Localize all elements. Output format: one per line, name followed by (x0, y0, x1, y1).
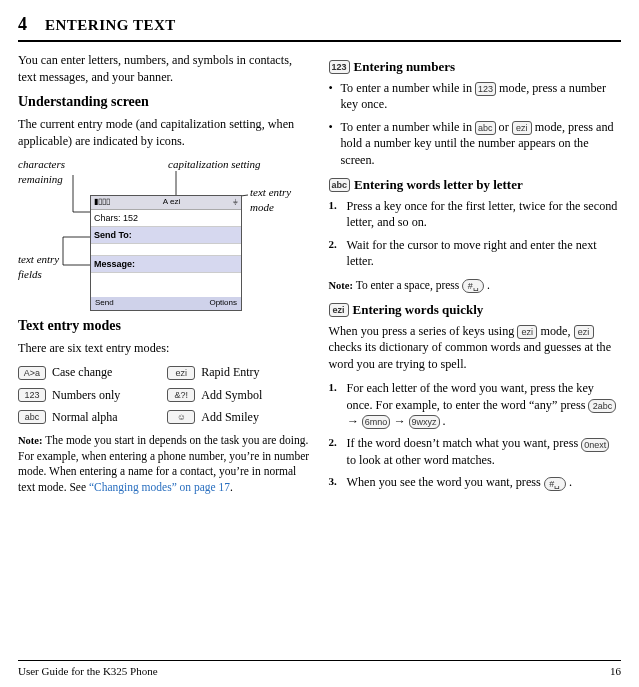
text: To enter a number while in (341, 120, 476, 134)
understanding-heading: Understanding screen (18, 93, 311, 112)
chapter-header: 4 ENTERING TEXT (18, 12, 621, 42)
entering-quickly-title: Entering words quickly (353, 301, 484, 319)
quickly-intro: When you press a series of keys using ez… (329, 323, 622, 372)
key-2-icon: 2abc (588, 399, 616, 413)
modes-heading: Text entry modes (18, 317, 311, 336)
chapter-number: 4 (18, 12, 27, 36)
hash-key-icon: #␣ (544, 477, 566, 491)
arrow-icon: → (390, 414, 408, 428)
key-9-icon: 9wxyz (409, 415, 440, 429)
understanding-body: The current entry mode (and capitalizati… (18, 116, 311, 149)
numbers-bullet-1: To enter a number while in 123 mode, pre… (329, 80, 622, 113)
add-smiley-label: Add Smiley (201, 409, 310, 425)
case-change-icon: A>a (18, 366, 46, 380)
status-mode-icons: A ezi (163, 197, 180, 208)
text: To enter a space, press (356, 279, 462, 291)
text: or (496, 120, 512, 134)
note-label: Note: (18, 435, 43, 446)
numbers-bullet-2: To enter a number while in abc or ezi mo… (329, 119, 622, 168)
key-6-icon: 6mno (362, 415, 391, 429)
normal-alpha-label: Normal alpha (52, 409, 161, 425)
footer-title: User Guide for the K325 Phone (18, 664, 158, 679)
entering-numbers-heading: 123 Entering numbers (329, 58, 622, 76)
status-signal-icon: ▮▯▯▯ (94, 197, 110, 208)
abc-mode-icon: abc (329, 178, 351, 192)
numbers-only-icon: 123 (18, 388, 46, 402)
mode-123-icon: 123 (475, 82, 496, 96)
letters-note: Note: To enter a space, press #␣ . (329, 278, 622, 294)
text: to look at other word matches. (347, 453, 495, 467)
intro-paragraph: You can enter letters, numbers, and symb… (18, 52, 311, 85)
ezi-icon: ezi (574, 325, 594, 339)
page-number: 16 (610, 664, 621, 679)
chars-line: Chars: 152 (91, 210, 241, 227)
numbers-mode-icon: 123 (329, 60, 350, 74)
modes-intro: There are six text entry modes: (18, 340, 311, 356)
changing-modes-link[interactable]: “Changing modes” on page 17 (89, 481, 230, 493)
text: . (440, 414, 446, 428)
entering-quickly-heading: ezi Entering words quickly (329, 301, 622, 319)
text: When you press a series of keys using (329, 324, 518, 338)
ezi-mode-icon: ezi (329, 303, 349, 317)
quickly-steps: For each letter of the word you want, pr… (329, 380, 622, 491)
text: . (484, 279, 490, 291)
softkey-bar: Send Options (91, 297, 241, 310)
arrow-icon: → (347, 414, 362, 428)
add-smiley-icon: ☺ (167, 410, 195, 424)
quickly-step-1: For each letter of the word you want, pr… (329, 380, 622, 429)
text: For each letter of the word you want, pr… (347, 381, 594, 411)
softkey-left: Send (95, 298, 114, 309)
add-symbol-icon: &?! (167, 388, 195, 402)
quickly-step-2: If the word doesn’t match what you want,… (329, 435, 622, 468)
quickly-step-3: When you see the word you want, press #␣… (329, 474, 622, 490)
note-label: Note: (329, 280, 354, 291)
letters-step-1: Press a key once for the first letter, t… (329, 198, 622, 231)
mode-abc-icon: abc (475, 121, 496, 135)
entering-numbers-title: Entering numbers (354, 58, 455, 76)
entering-letters-title: Entering words letter by letter (354, 176, 523, 194)
rapid-entry-label: Rapid Entry (201, 364, 310, 380)
right-column: 123 Entering numbers To enter a number w… (329, 52, 622, 503)
entering-letters-heading: abc Entering words letter by letter (329, 176, 622, 194)
content-columns: You can enter letters, numbers, and symb… (18, 52, 621, 503)
message-label: Message: (91, 256, 241, 273)
letters-steps: Press a key once for the first letter, t… (329, 198, 622, 270)
text: mode, (537, 324, 573, 338)
left-column: You can enter letters, numbers, and symb… (18, 52, 311, 503)
phone-status-bar: ▮▯▯▯ A ezi ⏚ (91, 196, 241, 210)
status-right-icon: ⏚ (233, 197, 238, 208)
chapter-title: ENTERING TEXT (45, 15, 176, 35)
screen-diagram: characters remaining capitalization sett… (18, 157, 311, 307)
text: To enter a number while in (341, 81, 476, 95)
mode-ezi-icon: ezi (512, 121, 532, 135)
case-change-label: Case change (52, 364, 161, 380)
ezi-icon: ezi (517, 325, 537, 339)
space-key-icon: #␣ (462, 279, 484, 293)
text: . (566, 475, 572, 489)
text: If the word doesn’t match what you want,… (347, 436, 582, 450)
letters-step-2: Wait for the cursor to move right and en… (329, 237, 622, 270)
page-footer: User Guide for the K325 Phone 16 (18, 660, 621, 679)
softkey-right: Options (209, 298, 237, 309)
message-field (91, 273, 241, 297)
modes-note: Note: The mode you start in depends on t… (18, 433, 311, 495)
send-to-label: Send To: (91, 227, 241, 244)
send-to-field (91, 244, 241, 256)
numbers-only-label: Numbers only (52, 387, 161, 403)
phone-screen: ▮▯▯▯ A ezi ⏚ Chars: 152 Send To: Message… (90, 195, 242, 311)
rapid-entry-icon: ezi (167, 366, 195, 380)
text: When you see the word you want, press (347, 475, 544, 489)
modes-note-end: . (230, 481, 233, 493)
add-symbol-label: Add Symbol (201, 387, 310, 403)
text: checks its dictionary of common words an… (329, 340, 612, 370)
numbers-bullets: To enter a number while in 123 mode, pre… (329, 80, 622, 168)
key-0-next-icon: 0next (581, 438, 609, 452)
normal-alpha-icon: abc (18, 410, 46, 424)
modes-table: A>a Case change ezi Rapid Entry 123 Numb… (18, 364, 311, 425)
